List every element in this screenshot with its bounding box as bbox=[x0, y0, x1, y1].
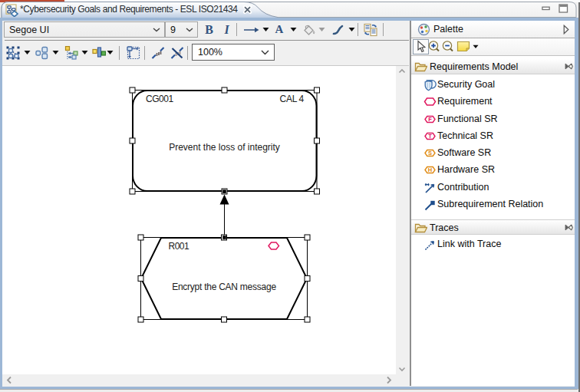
drawer-traces[interactable]: Traces bbox=[411, 219, 575, 235]
requirement-shape[interactable] bbox=[141, 238, 307, 319]
pin-drawer-icon[interactable] bbox=[564, 63, 573, 70]
connection-target-handle[interactable] bbox=[222, 236, 226, 239]
italic-button[interactable]: I bbox=[219, 21, 235, 38]
palette-item-hardware-sr[interactable]: H Hardware SR bbox=[411, 161, 575, 178]
arrange-dropdown-icon[interactable] bbox=[52, 50, 59, 55]
zoom-in-icon bbox=[427, 39, 442, 54]
canvas-horizontal-scrollbar[interactable] bbox=[2, 374, 396, 386]
font-color-glyph: A bbox=[275, 23, 284, 36]
autosize-icon bbox=[127, 46, 140, 60]
palette-item-functional-sr[interactable]: F Functional SR bbox=[411, 110, 575, 127]
bold-glyph: B bbox=[205, 23, 213, 37]
distribute-button[interactable] bbox=[91, 45, 106, 60]
select-all-dropdown-icon[interactable] bbox=[24, 50, 31, 55]
palette-item-label: Requirement bbox=[437, 96, 493, 107]
palette-toolbar bbox=[411, 38, 575, 56]
toolbar-separator bbox=[236, 23, 237, 36]
drawer-label: Requirements Model bbox=[430, 61, 518, 72]
note-dropdown-icon[interactable] bbox=[473, 44, 479, 49]
connection-source-handle[interactable] bbox=[222, 189, 226, 193]
note-tool-button[interactable] bbox=[456, 39, 471, 54]
subrequirement-relation-icon bbox=[423, 198, 437, 211]
minimize-icon[interactable] bbox=[542, 5, 551, 13]
font-name-combo[interactable]: Segoe UI bbox=[4, 21, 165, 38]
pin-drawer-icon[interactable] bbox=[564, 224, 573, 231]
font-size-combo[interactable]: 9 bbox=[165, 21, 198, 38]
arrow-icon bbox=[243, 25, 260, 35]
vscroll-arrows bbox=[396, 66, 408, 374]
folder-open-icon bbox=[414, 61, 427, 73]
line-color-button[interactable] bbox=[331, 21, 346, 38]
palette-icon bbox=[417, 23, 430, 36]
hardware-sr-icon: H bbox=[423, 163, 437, 176]
font-name-value: Segoe UI bbox=[5, 25, 153, 35]
palette-panel: Palette bbox=[410, 21, 575, 386]
zoom-combo[interactable]: 100% bbox=[192, 44, 275, 61]
svg-text:H: H bbox=[428, 166, 432, 173]
palette-item-link-with-trace[interactable]: Link with Trace bbox=[411, 236, 575, 252]
svg-text:S: S bbox=[428, 150, 432, 156]
copy-appearance-button[interactable] bbox=[361, 21, 380, 38]
palette-item-contribution[interactable]: Contribution bbox=[411, 179, 575, 196]
align-button[interactable] bbox=[64, 45, 78, 60]
maximize-icon[interactable] bbox=[559, 3, 568, 14]
software-sr-icon: S bbox=[423, 147, 437, 160]
arrow-type-button[interactable] bbox=[242, 21, 262, 38]
canvas-vertical-scrollbar[interactable] bbox=[396, 66, 409, 374]
select-all-button[interactable] bbox=[5, 45, 20, 60]
svg-text:F: F bbox=[428, 116, 432, 123]
toolbar-separator bbox=[187, 46, 188, 60]
palette-item-security-goal[interactable]: Security Goal bbox=[411, 76, 575, 93]
zoom-out-icon bbox=[440, 39, 456, 54]
distribute-dropdown-icon[interactable] bbox=[107, 50, 114, 55]
diagram-toolbar: 100% bbox=[2, 41, 411, 65]
autosize-button[interactable] bbox=[126, 45, 140, 60]
palette-item-requirement[interactable]: Requirement bbox=[411, 93, 575, 110]
tab-title[interactable]: *Cybersecurity Goals and Requirements - … bbox=[20, 4, 238, 15]
chevron-down-icon bbox=[261, 50, 269, 55]
show-connector-labels-button[interactable] bbox=[150, 45, 165, 60]
palette-item-label: Security Goal bbox=[437, 79, 495, 90]
copy-appearance-icon bbox=[363, 23, 378, 37]
requirement-icon bbox=[423, 95, 437, 108]
palette-header[interactable]: Palette bbox=[411, 21, 575, 38]
palette-item-label: Technical SR bbox=[437, 130, 493, 141]
editor-tab-bar: *Cybersecurity Goals and Requirements - … bbox=[0, 0, 580, 19]
security-goal-shape[interactable] bbox=[133, 91, 317, 191]
palette-item-technical-sr[interactable]: T Technical SR bbox=[411, 127, 575, 144]
hscroll-arrows bbox=[2, 374, 397, 386]
chevron-down-icon bbox=[153, 28, 160, 32]
align-icon bbox=[64, 46, 78, 60]
font-color-button[interactable]: A bbox=[271, 21, 288, 38]
editor-window: *Cybersecurity Goals and Requirements - … bbox=[0, 0, 580, 392]
fill-color-dropdown-icon[interactable] bbox=[318, 27, 325, 32]
toolbar-separator bbox=[144, 46, 145, 60]
arrange-button[interactable] bbox=[35, 45, 49, 60]
arrow-type-dropdown-icon[interactable] bbox=[262, 27, 269, 32]
hide-connector-labels-button[interactable] bbox=[170, 45, 184, 60]
palette-item-subrequirement-relation[interactable]: Subrequirement Relation bbox=[411, 196, 575, 212]
close-icon[interactable] bbox=[243, 5, 252, 15]
zoom-out-tool-button[interactable] bbox=[440, 39, 456, 54]
diagram-editor-icon bbox=[5, 4, 18, 17]
requirement-text-label: Encrypt the CAN message bbox=[172, 282, 276, 292]
arrange-icon bbox=[35, 46, 49, 60]
drawer-requirements-model[interactable]: Requirements Model bbox=[411, 59, 575, 74]
contribution-icon bbox=[423, 181, 437, 194]
diagram-canvas[interactable]: CG001 CAL 4 Prevent the loss of integrit… bbox=[2, 66, 396, 374]
folder-open-icon bbox=[414, 222, 427, 234]
palette-item-software-sr[interactable]: S Software SR bbox=[411, 144, 575, 161]
bold-button[interactable]: B bbox=[201, 21, 217, 38]
fill-color-button[interactable] bbox=[302, 21, 317, 38]
align-dropdown-icon[interactable] bbox=[81, 50, 88, 55]
hide-connector-labels-icon bbox=[170, 46, 184, 60]
palette-item-label: Subrequirement Relation bbox=[437, 199, 543, 209]
palette-item-label: Functional SR bbox=[437, 114, 498, 124]
drawer-label: Traces bbox=[430, 222, 459, 233]
toolbar-separator bbox=[119, 46, 120, 60]
font-color-dropdown-icon[interactable] bbox=[290, 27, 297, 32]
zoom-in-tool-button[interactable] bbox=[427, 39, 442, 54]
line-color-dropdown-icon[interactable] bbox=[348, 27, 355, 32]
below-frame-strip bbox=[0, 389, 578, 392]
collapse-palette-icon[interactable] bbox=[563, 25, 569, 35]
